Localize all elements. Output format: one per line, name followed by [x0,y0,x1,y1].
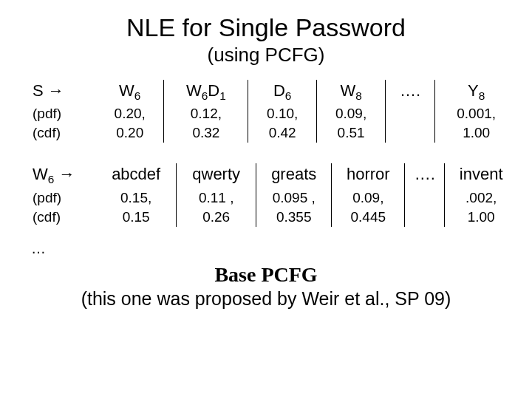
cell-w6-greats-cdf: 0.355 [256,208,332,227]
row-w6-label: W6 → [30,163,96,188]
cell-w6-greats: greats [256,163,332,188]
cell-s-w6d1-cdf: 0.32 [164,123,248,143]
footer: Base PCFG (this one was proposed by Weir… [22,263,510,310]
row-s-label: S → [30,80,96,104]
cell-s-d6-pdf: 0.10, [248,104,317,123]
slide: NLE for Single Password (using PCFG) S →… [0,0,532,399]
cell-s-w8-pdf: 0.09, [317,104,386,123]
cell-w6-qwerty-pdf: 0.11 , [177,188,256,208]
cell-w6-invent-pdf: .002, [445,188,517,208]
table-w6: W6 → abcdef qwerty greats horror …. inve… [30,163,517,226]
grammar-block-s: S → W6 W6D1 D6 W8 …. Y8 (pdf) 0.20, 0.12… [30,80,510,143]
cell-w6-dots-cdf [405,208,445,227]
table-s: S → W6 W6D1 D6 W8 …. Y8 (pdf) 0.20, 0.12… [30,80,517,143]
cell-s-w6: W6 [96,80,164,104]
cell-s-y8-pdf: 0.001, [435,104,517,123]
cell-w6-abcdef-pdf: 0.15, [96,188,177,208]
cell-w6-dots: …. [405,163,445,188]
cell-s-dots: …. [386,80,435,104]
cell-s-w6-pdf: 0.20, [96,104,164,123]
row-s-pdf-label: (pdf) [30,104,96,123]
cell-w6-abcdef-cdf: 0.15 [96,208,177,227]
cell-w6-greats-pdf: 0.095 , [256,188,332,208]
cell-w6-horror-cdf: 0.445 [332,208,405,227]
cell-s-w6-cdf: 0.20 [96,123,164,143]
cell-s-w8: W8 [317,80,386,104]
cell-w6-invent-cdf: 1.00 [445,208,517,227]
cell-s-y8: Y8 [435,80,517,104]
row-w6-pdf-label: (pdf) [30,188,96,208]
cell-s-dots-cdf [386,123,435,143]
cell-w6-horror: horror [332,163,405,188]
cell-w6-horror-pdf: 0.09, [332,188,405,208]
cell-w6-dots-pdf [405,188,445,208]
cell-s-w8-cdf: 0.51 [317,123,386,143]
footer-credit: (this one was proposed by Weir et al., S… [22,288,510,310]
row-w6-cdf-label: (cdf) [30,208,96,227]
cell-w6-qwerty-cdf: 0.26 [177,208,256,227]
row-s-cdf-label: (cdf) [30,123,96,143]
cell-s-d6-cdf: 0.42 [248,123,317,143]
slide-title: NLE for Single Password [22,13,510,42]
cell-s-y8-cdf: 1.00 [435,123,517,143]
trailing-ellipsis: … [31,240,510,257]
cell-w6-abcdef: abcdef [96,163,177,188]
cell-s-w6d1: W6D1 [164,80,248,104]
slide-subtitle: (using PCFG) [22,44,510,66]
cell-w6-invent: invent [445,163,517,188]
cell-s-dots-pdf [386,104,435,123]
cell-s-w6d1-pdf: 0.12, [164,104,248,123]
cell-w6-qwerty: qwerty [177,163,256,188]
footer-title: Base PCFG [22,263,510,287]
grammar-block-w6: W6 → abcdef qwerty greats horror …. inve… [30,163,510,226]
cell-s-d6: D6 [248,80,317,104]
